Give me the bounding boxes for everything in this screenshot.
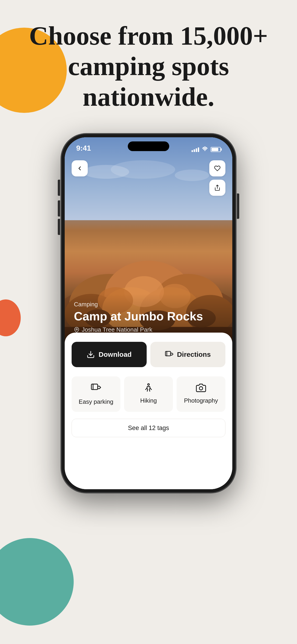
status-icons <box>192 146 221 152</box>
svg-rect-19 <box>165 352 170 356</box>
status-time: 9:41 <box>76 144 91 152</box>
photography-label: Photography <box>184 397 218 404</box>
tag-easy-parking[interactable]: Easy parking <box>72 376 120 412</box>
dynamic-island <box>128 142 169 151</box>
download-button[interactable]: Download <box>72 342 147 367</box>
phone-screen: 9:41 <box>65 137 232 489</box>
share-icon <box>214 184 220 191</box>
camera-icon <box>196 383 206 394</box>
hiking-label: Hiking <box>140 397 157 404</box>
tags-grid: Easy parking <box>72 376 226 412</box>
svg-point-26 <box>200 387 203 390</box>
battery-icon <box>211 147 221 152</box>
bottom-card: Download Directions <box>65 332 232 489</box>
heart-icon <box>214 165 220 172</box>
see-all-tags-button[interactable]: See all 12 tags <box>72 419 226 437</box>
action-buttons-row: Download Directions <box>72 342 226 367</box>
download-icon <box>86 350 95 358</box>
place-location: Joshua Tree National Park <box>74 326 223 333</box>
decorative-circle-teal-bottom <box>0 538 74 626</box>
easy-parking-label: Easy parking <box>79 398 113 406</box>
directions-icon <box>165 350 173 358</box>
place-location-text: Joshua Tree National Park <box>82 326 152 333</box>
phone-device: 9:41 <box>61 134 236 493</box>
svg-point-25 <box>148 384 149 385</box>
nav-action-buttons <box>209 160 226 196</box>
hero-text-section: Choose from 15,000+ camping spots nation… <box>0 21 297 112</box>
svg-marker-23 <box>98 386 100 389</box>
back-icon <box>76 165 83 172</box>
svg-point-15 <box>204 151 205 151</box>
svg-rect-22 <box>92 384 98 390</box>
directions-button[interactable]: Directions <box>150 342 226 367</box>
favorite-button[interactable] <box>209 160 226 176</box>
svg-marker-20 <box>170 353 173 355</box>
see-all-tags-label: See all 12 tags <box>128 424 169 432</box>
place-name: Camp at Jumbo Rocks <box>74 310 223 323</box>
tag-hiking[interactable]: Hiking <box>124 376 173 412</box>
download-label: Download <box>98 350 132 358</box>
location-pin-icon <box>74 327 80 332</box>
signal-icon <box>192 147 199 152</box>
back-button[interactable] <box>72 160 88 176</box>
decorative-circle-orange-mid <box>0 300 21 336</box>
svg-point-17 <box>76 329 77 330</box>
directions-label: Directions <box>177 350 211 358</box>
tag-photography[interactable]: Photography <box>176 376 226 412</box>
hiking-icon <box>144 383 154 394</box>
parking-icon <box>91 383 101 395</box>
hero-title: Choose from 15,000+ camping spots nation… <box>0 21 297 112</box>
place-category: Camping <box>74 301 223 308</box>
phone-outer-frame: 9:41 <box>61 134 236 493</box>
wifi-icon <box>202 146 208 152</box>
share-button[interactable] <box>209 180 226 196</box>
